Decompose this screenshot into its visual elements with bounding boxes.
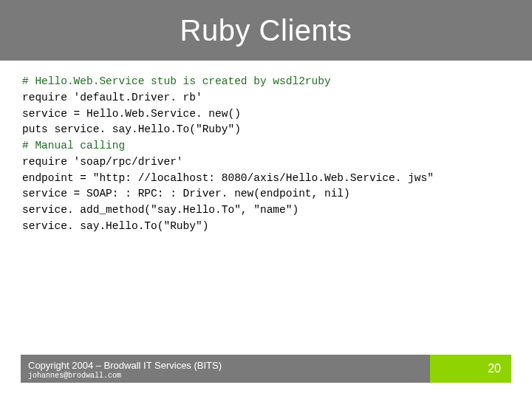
code-line: # Manual calling xyxy=(22,138,510,154)
title-bar: Ruby Clients xyxy=(0,0,532,61)
page-number: 20 xyxy=(430,355,511,383)
code-line: require 'default.Driver. rb' xyxy=(22,90,510,106)
footer-left: Copyright 2004 – Brodwall IT Services (B… xyxy=(21,355,430,383)
code-line: # Hello.Web.Service stub is created by w… xyxy=(22,74,510,90)
code-line: endpoint = "http: //localhost: 8080/axis… xyxy=(22,171,510,187)
code-line: service. add_method("say.Hello.To", "nam… xyxy=(22,202,510,219)
code-line: puts service. say.Hello.To("Ruby") xyxy=(22,122,510,138)
code-line: service = Hello.Web.Service. new() xyxy=(22,106,510,123)
code-block: # Hello.Web.Service stub is created by w… xyxy=(0,61,532,235)
code-line: service = SOAP: : RPC: : Driver. new(end… xyxy=(22,186,510,202)
footer-email: johannes@brodwall.com xyxy=(28,372,423,380)
footer: Copyright 2004 – Brodwall IT Services (B… xyxy=(21,355,511,383)
copyright-text: Copyright 2004 – Brodwall IT Services (B… xyxy=(28,360,423,371)
code-line: service. say.Hello.To("Ruby") xyxy=(22,219,510,235)
slide-title: Ruby Clients xyxy=(180,14,352,47)
code-line: require 'soap/rpc/driver' xyxy=(22,154,510,171)
